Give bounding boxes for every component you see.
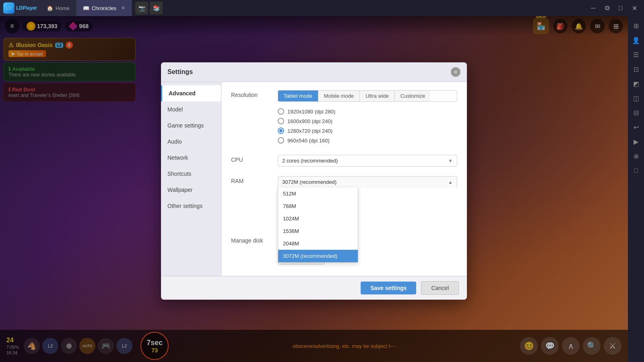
- rt-icon-6[interactable]: ◫: [630, 92, 642, 105]
- tab-close-icon[interactable]: ✕: [121, 5, 125, 11]
- cpu-row: CPU 2 cores (recommended) ▼: [231, 155, 457, 167]
- rt-icon-4[interactable]: ⊡: [630, 63, 642, 76]
- cpu-control: 2 cores (recommended) ▼: [278, 155, 457, 167]
- ram-row: RAM 3072M (recommended) ▲ 512M 768M 1024…: [231, 176, 457, 187]
- window-controls: ─ ⧉ □ ✕: [587, 2, 644, 14]
- ram-label: RAM: [231, 176, 271, 184]
- resolution-option-2[interactable]: 644x362 (dpi 240): [278, 116, 457, 126]
- cpu-label: CPU: [231, 155, 271, 163]
- rt-icon-8[interactable]: ↩: [630, 121, 642, 134]
- manage-disk-label: Manage disk: [231, 236, 271, 244]
- chronicles-icon: 📖: [83, 5, 89, 11]
- cancel-button[interactable]: Cancel: [421, 281, 459, 295]
- ram-option-2048[interactable]: 2048M: [278, 237, 358, 250]
- rt-icon-2[interactable]: 👤: [630, 34, 642, 47]
- minimize-icon[interactable]: ─: [587, 2, 600, 14]
- sidebar-item-shortcuts[interactable]: Shortcuts: [161, 166, 221, 182]
- ram-dropdown-arrow: ▲: [448, 179, 453, 185]
- modal-footer: Save settings Cancel: [161, 276, 467, 300]
- shared-disk-text: lead only (Recommand): [278, 275, 333, 276]
- resolution-tabs: Tablet mode Mobile mode Ultra wide Custo…: [278, 90, 457, 102]
- ram-dropdown-list: 512M 768M 1024M 1536M 2048M 3072M (recom…: [278, 187, 358, 263]
- sidebar-item-audio[interactable]: Audio: [161, 134, 221, 150]
- modal-body: Advanced Model Game settings Audio Netwo…: [161, 82, 467, 276]
- restore-icon[interactable]: ⧉: [601, 2, 613, 14]
- sidebar-item-other[interactable]: Other settings: [161, 198, 221, 214]
- resolution-option-4[interactable]: 960x540 (dpi 160): [278, 136, 457, 145]
- ram-option-1024[interactable]: 1024M: [278, 212, 358, 225]
- cpu-dropdown-wrapper: 2 cores (recommended) ▼: [278, 155, 457, 167]
- rt-icon-9[interactable]: ▶: [630, 135, 642, 148]
- book-icon[interactable]: 📚: [150, 2, 163, 14]
- rt-icon-3[interactable]: ☰: [630, 48, 642, 61]
- ram-option-512[interactable]: 512M: [278, 187, 358, 200]
- modal-content: Resolution Tablet mode Mobile mode Ultra…: [221, 82, 467, 276]
- rt-icon-11[interactable]: □: [630, 164, 642, 177]
- maximize-icon[interactable]: □: [614, 2, 627, 14]
- tab-home[interactable]: 🏠 Home: [40, 0, 76, 16]
- rt-icon-1[interactable]: ⊞: [630, 19, 642, 32]
- res-tab-customize[interactable]: Customize: [395, 90, 431, 101]
- res-tab-tablet[interactable]: Tablet mode: [278, 90, 318, 101]
- right-toolbar: ⊞ 👤 ☰ ⊡ ◩ ◫ ⊟ ↩ ▶ ⊕ □: [628, 16, 644, 362]
- app-logo: LD LDPlayer: [0, 0, 40, 16]
- sidebar-item-wallpaper[interactable]: Wallpaper: [161, 182, 221, 198]
- close-window-icon[interactable]: ✕: [628, 2, 641, 14]
- rt-icon-10[interactable]: ⊕: [630, 150, 642, 162]
- app-name: LDPlayer: [16, 5, 37, 11]
- cpu-dropdown-arrow: ▼: [448, 158, 453, 164]
- sidebar-item-network[interactable]: Network: [161, 150, 221, 166]
- modal-title: Settings: [167, 68, 193, 76]
- resolution-option-1[interactable]: 1920x1080 (dpi 280): [278, 107, 457, 116]
- radio-1280[interactable]: [278, 128, 284, 134]
- radio-1600[interactable]: [278, 118, 284, 124]
- shared-disk-label: Shared disk: [231, 274, 271, 276]
- sidebar-item-advanced[interactable]: Advanced: [161, 85, 221, 101]
- rt-icon-7[interactable]: ⊟: [630, 106, 642, 119]
- title-bar: LD LDPlayer 🏠 Home 📖 Chronicles ✕ 📷 📚 ─ …: [0, 0, 644, 16]
- save-settings-button[interactable]: Save settings: [361, 282, 416, 294]
- sidebar-item-model[interactable]: Model: [161, 101, 221, 117]
- res-tab-mobile[interactable]: Mobile mode: [318, 90, 360, 101]
- radio-1920[interactable]: [278, 108, 284, 115]
- ram-dropdown[interactable]: 3072M (recommended) ▲: [278, 176, 457, 187]
- screenshot-icon[interactable]: 📷: [135, 2, 148, 14]
- modal-overlay: Settings × Advanced Model Game settings …: [0, 16, 628, 362]
- shared-disk-row: Shared disk lead only (Recommand): [231, 274, 457, 276]
- resolution-option-3[interactable]: 1280x720 (dpi 240): [278, 126, 457, 136]
- ram-control: 3072M (recommended) ▲ 512M 768M 1024M 15…: [278, 176, 457, 187]
- tab-chronicles[interactable]: 📖 Chronicles ✕: [76, 0, 132, 16]
- modal-sidebar: Advanced Model Game settings Audio Netwo…: [161, 82, 221, 276]
- resolution-row: Resolution Tablet mode Mobile mode Ultra…: [231, 90, 457, 145]
- resolution-control: Tablet mode Mobile mode Ultra wide Custo…: [278, 90, 457, 145]
- home-icon: 🏠: [47, 5, 53, 11]
- cpu-dropdown[interactable]: 2 cores (recommended) ▼: [278, 155, 457, 167]
- ram-option-1536[interactable]: 1536M: [278, 225, 358, 237]
- modal-header: Settings ×: [161, 62, 467, 82]
- shared-disk-control: lead only (Recommand): [278, 274, 457, 276]
- rt-icon-5[interactable]: ◩: [630, 77, 642, 90]
- modal-close-button[interactable]: ×: [451, 67, 460, 77]
- ram-option-768[interactable]: 768M: [278, 200, 358, 212]
- ram-option-3072[interactable]: 3072M (recommended): [278, 250, 358, 262]
- ram-dropdown-wrapper: 3072M (recommended) ▲ 512M 768M 1024M 15…: [278, 176, 457, 187]
- sidebar-item-game-settings[interactable]: Game settings: [161, 117, 221, 134]
- resolution-label: Resolution: [231, 90, 271, 98]
- radio-960[interactable]: [278, 137, 284, 144]
- ld-icon: LD: [3, 2, 14, 14]
- settings-modal: Settings × Advanced Model Game settings …: [161, 62, 467, 300]
- res-tab-ultrawide[interactable]: Ultra wide: [360, 90, 395, 101]
- title-bar-right-icons: 📷 📚: [135, 2, 163, 14]
